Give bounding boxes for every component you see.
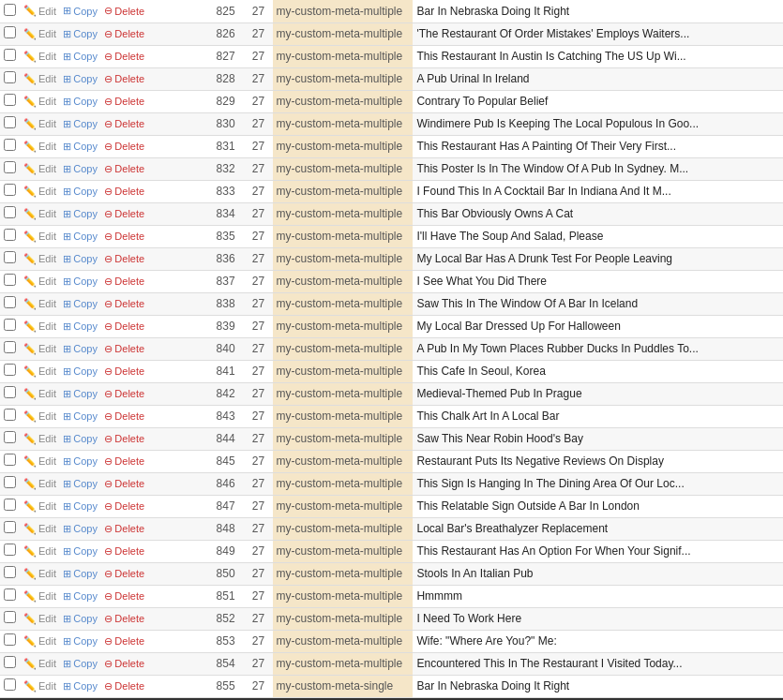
copy-button[interactable]: Copy [73, 186, 98, 197]
delete-button[interactable]: Delete [114, 343, 144, 354]
delete-button[interactable]: Delete [114, 365, 144, 377]
copy-button[interactable]: Copy [73, 320, 98, 332]
edit-button[interactable]: Edit [38, 455, 56, 467]
row-checkbox[interactable] [4, 206, 16, 218]
edit-button[interactable]: Edit [38, 208, 56, 219]
edit-button[interactable]: Edit [38, 186, 56, 197]
copy-button[interactable]: Copy [73, 590, 98, 602]
delete-button[interactable]: Delete [114, 568, 144, 579]
copy-button[interactable]: Copy [73, 6, 98, 17]
edit-button[interactable]: Edit [38, 680, 56, 692]
edit-button[interactable]: Edit [38, 590, 56, 602]
copy-button[interactable]: Copy [73, 388, 98, 399]
row-checkbox[interactable] [4, 544, 16, 556]
edit-button[interactable]: Edit [38, 231, 56, 242]
row-checkbox[interactable] [4, 566, 16, 578]
edit-button[interactable]: Edit [38, 253, 56, 264]
edit-button[interactable]: Edit [38, 523, 56, 534]
copy-button[interactable]: Copy [73, 635, 98, 647]
copy-button[interactable]: Copy [73, 96, 98, 107]
delete-button[interactable]: Delete [114, 478, 144, 489]
delete-button[interactable]: Delete [114, 680, 144, 692]
copy-button[interactable]: Copy [73, 478, 98, 489]
edit-button[interactable]: Edit [38, 163, 56, 174]
edit-button[interactable]: Edit [38, 320, 56, 332]
edit-button[interactable]: Edit [38, 298, 56, 309]
edit-button[interactable]: Edit [38, 635, 56, 647]
row-checkbox[interactable] [4, 364, 16, 376]
copy-button[interactable]: Copy [73, 253, 98, 264]
row-checkbox[interactable] [4, 184, 16, 196]
copy-button[interactable]: Copy [73, 208, 98, 219]
copy-button[interactable]: Copy [73, 613, 98, 624]
copy-button[interactable]: Copy [73, 343, 98, 354]
row-checkbox[interactable] [4, 476, 16, 488]
edit-button[interactable]: Edit [38, 276, 56, 287]
row-checkbox[interactable] [4, 633, 16, 646]
delete-button[interactable]: Delete [114, 433, 144, 444]
edit-button[interactable]: Edit [38, 478, 56, 489]
row-checkbox[interactable] [4, 678, 16, 691]
edit-button[interactable]: Edit [38, 343, 56, 354]
copy-button[interactable]: Copy [73, 658, 98, 669]
row-checkbox[interactable] [4, 588, 16, 601]
copy-button[interactable]: Copy [73, 433, 98, 444]
copy-button[interactable]: Copy [73, 231, 98, 242]
row-checkbox[interactable] [4, 139, 16, 151]
copy-button[interactable]: Copy [73, 545, 98, 557]
row-checkbox[interactable] [4, 341, 16, 353]
copy-button[interactable]: Copy [73, 163, 98, 174]
delete-button[interactable]: Delete [114, 96, 144, 107]
row-checkbox[interactable] [4, 409, 16, 421]
row-checkbox[interactable] [4, 521, 16, 533]
edit-button[interactable]: Edit [38, 388, 56, 399]
delete-button[interactable]: Delete [114, 455, 144, 467]
delete-button[interactable]: Delete [114, 410, 144, 422]
delete-button[interactable]: Delete [114, 500, 144, 512]
delete-button[interactable]: Delete [114, 186, 144, 197]
row-checkbox[interactable] [4, 161, 16, 173]
copy-button[interactable]: Copy [73, 28, 98, 39]
edit-button[interactable]: Edit [38, 568, 56, 579]
row-checkbox[interactable] [4, 656, 16, 668]
edit-button[interactable]: Edit [38, 28, 56, 39]
copy-button[interactable]: Copy [73, 410, 98, 422]
delete-button[interactable]: Delete [114, 118, 144, 129]
copy-button[interactable]: Copy [73, 298, 98, 309]
copy-button[interactable]: Copy [73, 141, 98, 152]
delete-button[interactable]: Delete [114, 73, 144, 84]
delete-button[interactable]: Delete [114, 276, 144, 287]
row-checkbox[interactable] [4, 499, 16, 511]
edit-button[interactable]: Edit [38, 658, 56, 669]
delete-button[interactable]: Delete [114, 231, 144, 242]
edit-button[interactable]: Edit [38, 6, 56, 17]
delete-button[interactable]: Delete [114, 545, 144, 557]
edit-button[interactable]: Edit [38, 118, 56, 129]
edit-button[interactable]: Edit [38, 51, 56, 62]
row-checkbox[interactable] [4, 116, 16, 128]
delete-button[interactable]: Delete [114, 590, 144, 602]
edit-button[interactable]: Edit [38, 96, 56, 107]
row-checkbox[interactable] [4, 4, 16, 16]
copy-button[interactable]: Copy [73, 500, 98, 512]
copy-button[interactable]: Copy [73, 455, 98, 467]
row-checkbox[interactable] [4, 296, 16, 308]
edit-button[interactable]: Edit [38, 141, 56, 152]
delete-button[interactable]: Delete [114, 298, 144, 309]
row-checkbox[interactable] [4, 71, 16, 83]
row-checkbox[interactable] [4, 251, 16, 263]
delete-button[interactable]: Delete [114, 613, 144, 624]
edit-button[interactable]: Edit [38, 545, 56, 557]
row-checkbox[interactable] [4, 431, 16, 443]
edit-button[interactable]: Edit [38, 73, 56, 84]
row-checkbox[interactable] [4, 454, 16, 466]
delete-button[interactable]: Delete [114, 208, 144, 219]
copy-button[interactable]: Copy [73, 523, 98, 534]
delete-button[interactable]: Delete [114, 388, 144, 399]
row-checkbox[interactable] [4, 274, 16, 286]
row-checkbox[interactable] [4, 26, 16, 38]
copy-button[interactable]: Copy [73, 568, 98, 579]
delete-button[interactable]: Delete [114, 635, 144, 647]
row-checkbox[interactable] [4, 611, 16, 623]
delete-button[interactable]: Delete [114, 253, 144, 264]
